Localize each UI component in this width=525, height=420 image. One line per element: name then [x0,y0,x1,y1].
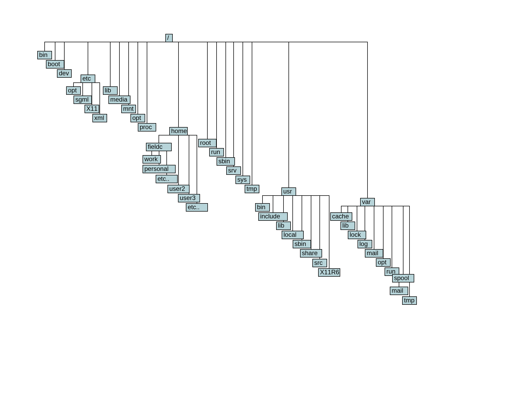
dir-label: opt [378,259,387,266]
dir-node-root-dir: root [198,139,216,147]
dir-label: tmp [404,297,414,304]
dir-label: cache [332,213,349,220]
dir-label: sys [237,176,247,183]
dir-label: root [200,139,211,146]
dir-label: bin [257,203,265,211]
dir-label: etc.. [158,175,169,182]
dir-node-user3: user3 [178,194,200,202]
dir-label: lib [278,222,284,229]
dir-label: opt [68,87,77,94]
dir-node-var-spool: spool [392,274,414,282]
dir-label: home [171,127,187,134]
dir-node-lib: lib [103,87,117,94]
dir-node-var-lib: lib [341,222,355,230]
dir-label: mail [367,249,378,256]
dir-node-usr-include: include [259,213,287,220]
dir-node-user2: user2 [168,185,189,193]
dir-label: lib [342,222,349,229]
dir-node-usr-bin: bin [255,203,270,211]
tree-edge [262,196,289,203]
dir-node-srv: srv [227,167,241,175]
dir-label: xml [94,114,104,121]
dir-label: user3 [180,194,196,201]
dir-node-var-log: log [358,240,372,248]
tree-edge [110,42,169,87]
dir-label: mail [392,287,403,294]
dir-label: mnt [123,105,134,112]
dir-label: sbin [295,240,306,247]
dir-label: spool [394,274,409,281]
dir-label: local [284,231,296,238]
dir-node-etc: etc [81,75,95,83]
dir-label: user2 [169,185,185,192]
dir-label: proc [140,123,152,130]
tree-edge [74,83,88,87]
dir-box [166,34,172,42]
tree-edge [169,42,243,176]
dir-node-usr-lib: lib [276,222,291,230]
dir-label: tmp [246,185,257,192]
dir-node-media: media [109,96,130,104]
dir-label: lock [350,231,361,238]
dir-node-run: run [209,148,224,156]
dir-label: sgml [75,96,89,103]
dir-label: etc.. [188,203,200,211]
tree-edge [169,42,207,139]
tree-edge [357,206,368,231]
dir-node-var-lock: lock [348,231,366,239]
dir-label: opt [132,114,141,121]
dir-label: var [362,198,371,205]
dir-node-tmp: tmp [245,185,259,193]
dir-node-work: work [143,155,161,163]
dir-label: sbin [218,158,230,165]
dir-node-home-etc: etc.. [186,203,208,211]
tree-edge [159,135,178,143]
dir-node-etc-xml: xml [93,114,107,122]
dir-node-var-cache: cache [330,213,352,220]
dir-node-personal: personal [143,165,175,173]
tree-edge [169,42,368,198]
tree-edge [169,42,226,158]
tree-edge [147,42,169,123]
dir-node-fieldc-etc: etc.. [156,175,177,183]
tree-edge [169,42,289,188]
dir-label: bin [39,51,48,58]
tree-edge [45,42,169,51]
dir-label: log [359,240,368,247]
dir-label: media [110,96,128,103]
dir-node-usr: usr [282,188,296,196]
dir-node-var: var [360,198,375,206]
dir-label: src [314,259,323,266]
dir-label: fieldc [148,143,162,150]
tree-edge [169,42,252,185]
tree-edge [152,151,159,155]
dir-label: X11 [86,105,98,112]
dir-node-usr-local: local [282,231,303,239]
tree-edge [64,42,169,70]
dir-node-root: / [166,34,172,42]
dir-label: run [211,148,220,155]
dir-label: X11R6 [320,269,339,276]
dir-node-usr-x11r6: X11R6 [318,269,340,276]
dir-node-var-mail: mail [365,249,383,257]
dir-node-bin: bin [38,51,52,59]
tree-edge [399,282,403,287]
dir-label: share [302,249,318,256]
dir-node-opt: opt [131,114,145,122]
dir-label: work [144,155,158,162]
tree-edge [119,42,169,96]
dir-node-usr-share: share [300,249,322,257]
dir-node-usr-src: src [313,259,327,267]
dir-label: boot [48,60,60,67]
dir-node-fieldc: fieldc [146,143,171,151]
tree-edge [83,83,88,96]
dir-node-mnt: mnt [122,105,136,113]
dir-node-etc-sgml: sgml [74,96,92,104]
dir-label: personal [144,165,169,172]
tree-edge [169,42,178,127]
dir-node-boot: boot [46,60,64,68]
dir-node-home: home [170,127,187,135]
dir-label: include [260,213,280,220]
filesystem-tree-diagram: /binbootdevetcoptsgmlX11xmllibmediamntop… [0,0,525,420]
tree-edge [341,206,368,213]
